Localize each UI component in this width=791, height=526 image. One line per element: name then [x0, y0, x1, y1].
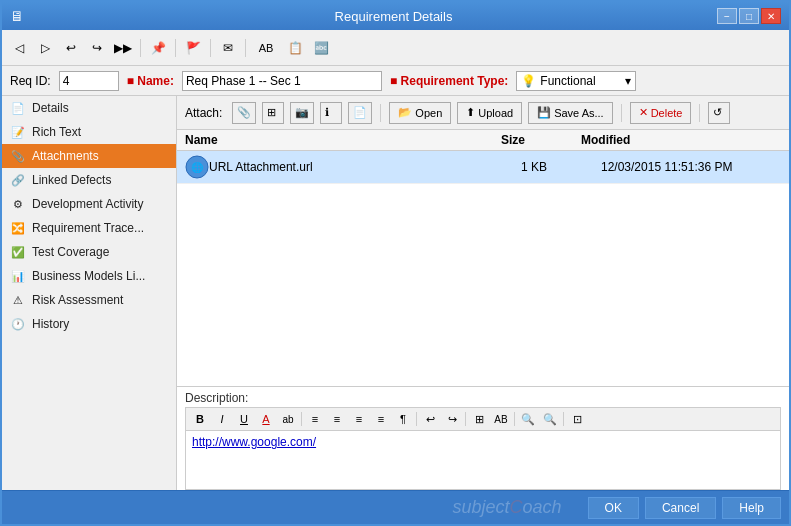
sidebar-item-risk-assessment[interactable]: ⚠ Risk Assessment: [2, 288, 176, 312]
type-label: ■ Requirement Type:: [390, 74, 508, 88]
sidebar-item-test-coverage[interactable]: ✅ Test Coverage: [2, 240, 176, 264]
undo-button[interactable]: ↩: [60, 37, 82, 59]
text-button[interactable]: 🔤: [310, 37, 332, 59]
indent-button[interactable]: ≡: [349, 410, 369, 428]
paperclip-button[interactable]: 📎: [232, 102, 256, 124]
italic-button[interactable]: I: [212, 410, 232, 428]
attach-sep-1: [380, 104, 381, 122]
name-input[interactable]: [182, 71, 382, 91]
sidebar-item-attachments[interactable]: 📎 Attachments: [2, 144, 176, 168]
description-area: Description: B I U A ab ≡ ≡ ≡ ≡ ¶ ↩ ↪: [177, 386, 789, 490]
file-size: 1 KB: [521, 160, 601, 174]
close-button[interactable]: ✕: [761, 8, 781, 24]
table-header: Name Size Modified: [177, 130, 789, 151]
redo-desc-button[interactable]: ↪: [442, 410, 462, 428]
sidebar-item-business-models[interactable]: 📊 Business Models Li...: [2, 264, 176, 288]
redo-button[interactable]: ↪: [86, 37, 108, 59]
delete-button[interactable]: ✕ Delete: [630, 102, 692, 124]
highlight-button[interactable]: ab: [278, 410, 298, 428]
sidebar-label-risk-assessment: Risk Assessment: [32, 293, 123, 307]
development-activity-icon: ⚙: [10, 196, 26, 212]
description-label: Description:: [185, 391, 781, 405]
bold-button[interactable]: B: [190, 410, 210, 428]
sidebar-label-history: History: [32, 317, 69, 331]
pin-button[interactable]: 📌: [147, 37, 169, 59]
cancel-button[interactable]: Cancel: [645, 497, 716, 519]
copy-button[interactable]: 📋: [284, 37, 306, 59]
separator-4: [245, 39, 246, 57]
req-id-label: Req ID:: [10, 74, 51, 88]
upload-button[interactable]: ⬆ Upload: [457, 102, 522, 124]
unordered-list-button[interactable]: ≡: [305, 410, 325, 428]
content-area: Attach: 📎 ⊞ 📷 ℹ 📄 📂 Open ⬆ Upload 💾 Save: [177, 96, 789, 490]
bottom-bar: subjectCoach OK Cancel Help: [2, 490, 789, 524]
type-value: Functional: [540, 74, 595, 88]
find-button[interactable]: AB: [491, 410, 511, 428]
desc-sep-2: [416, 412, 417, 426]
para-button[interactable]: ¶: [393, 410, 413, 428]
desc-sep-1: [301, 412, 302, 426]
save-as-button[interactable]: 💾 Save As...: [528, 102, 613, 124]
minimize-button[interactable]: −: [717, 8, 737, 24]
title-bar: 🖥 Requirement Details − □ ✕: [2, 2, 789, 30]
open-button[interactable]: 📂 Open: [389, 102, 451, 124]
undo-desc-button[interactable]: ↩: [420, 410, 440, 428]
doc-button[interactable]: 📄: [348, 102, 372, 124]
attach-sep-2: [621, 104, 622, 122]
sidebar-item-development-activity[interactable]: ⚙ Development Activity: [2, 192, 176, 216]
sidebar-item-linked-defects[interactable]: 🔗 Linked Defects: [2, 168, 176, 192]
rich-text-icon: 📝: [10, 124, 26, 140]
fullscreen-button[interactable]: ⊡: [567, 410, 587, 428]
maximize-button[interactable]: □: [739, 8, 759, 24]
font-color-button[interactable]: A: [256, 410, 276, 428]
outdent-button[interactable]: ≡: [371, 410, 391, 428]
flag-button[interactable]: 🚩: [182, 37, 204, 59]
sidebar-label-requirement-trace: Requirement Trace...: [32, 221, 144, 235]
help-button[interactable]: Help: [722, 497, 781, 519]
linked-defects-icon: 🔗: [10, 172, 26, 188]
underline-button[interactable]: U: [234, 410, 254, 428]
svg-text:🌐: 🌐: [191, 161, 204, 174]
main-window: 🖥 Requirement Details − □ ✕ ◁ ▷ ↩ ↪ ▶▶ 📌…: [0, 0, 791, 526]
file-icon: 🌐: [185, 155, 209, 179]
zoom-out-button[interactable]: 🔍: [518, 410, 538, 428]
open-icon: 📂: [398, 106, 412, 119]
attach-toolbar: Attach: 📎 ⊞ 📷 ℹ 📄 📂 Open ⬆ Upload 💾 Save: [177, 96, 789, 130]
sidebar-item-details[interactable]: 📄 Details: [2, 96, 176, 120]
description-editor[interactable]: http://www.google.com/: [185, 430, 781, 490]
desc-sep-5: [563, 412, 564, 426]
skip-button[interactable]: ▶▶: [112, 37, 134, 59]
file-name: URL Attachment.url: [209, 160, 521, 174]
sidebar-item-history[interactable]: 🕐 History: [2, 312, 176, 336]
grid-button[interactable]: ⊞: [262, 102, 284, 124]
zoom-in-button[interactable]: 🔍: [540, 410, 560, 428]
col-header-size: Size: [501, 133, 581, 147]
sidebar-label-rich-text: Rich Text: [32, 125, 81, 139]
risk-assessment-icon: ⚠: [10, 292, 26, 308]
save-as-icon: 💾: [537, 106, 551, 119]
email-button[interactable]: ✉: [217, 37, 239, 59]
table-row[interactable]: 🌐 URL Attachment.url 1 KB 12/03/2015 11:…: [177, 151, 789, 184]
main-area: 📄 Details 📝 Rich Text 📎 Attachments 🔗 Li…: [2, 96, 789, 490]
attach-label: Attach:: [185, 106, 222, 120]
back-button[interactable]: ◁: [8, 37, 30, 59]
separator-1: [140, 39, 141, 57]
file-modified: 12/03/2015 11:51:36 PM: [601, 160, 781, 174]
camera-button[interactable]: 📷: [290, 102, 314, 124]
forward-button[interactable]: ▷: [34, 37, 56, 59]
ab-button[interactable]: AB: [252, 37, 280, 59]
sidebar-label-test-coverage: Test Coverage: [32, 245, 109, 259]
sidebar-label-linked-defects: Linked Defects: [32, 173, 111, 187]
sidebar-item-rich-text[interactable]: 📝 Rich Text: [2, 120, 176, 144]
info-button[interactable]: ℹ: [320, 102, 342, 124]
desc-sep-4: [514, 412, 515, 426]
ok-button[interactable]: OK: [588, 497, 639, 519]
refresh-button[interactable]: ↺: [708, 102, 730, 124]
req-id-input[interactable]: [59, 71, 119, 91]
ordered-list-button[interactable]: ≡: [327, 410, 347, 428]
table-insert-button[interactable]: ⊞: [469, 410, 489, 428]
business-models-icon: 📊: [10, 268, 26, 284]
upload-icon: ⬆: [466, 106, 475, 119]
type-select[interactable]: 💡 Functional ▾: [516, 71, 636, 91]
sidebar-item-requirement-trace[interactable]: 🔀 Requirement Trace...: [2, 216, 176, 240]
